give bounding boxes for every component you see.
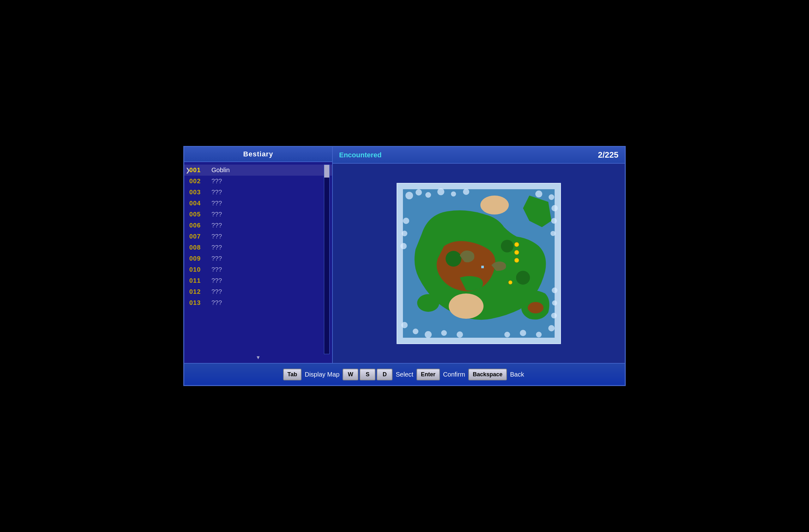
monster-number: 001 bbox=[189, 166, 208, 174]
s-key-button[interactable]: S bbox=[360, 369, 375, 380]
svg-point-6 bbox=[449, 294, 483, 319]
monster-name: ??? bbox=[211, 200, 222, 207]
monster-item[interactable]: 007??? bbox=[184, 231, 332, 242]
monster-item[interactable]: 009??? bbox=[184, 253, 332, 264]
world-map-svg bbox=[397, 183, 561, 344]
svg-rect-11 bbox=[481, 266, 484, 268]
monster-number: 006 bbox=[189, 222, 208, 229]
monster-number: 010 bbox=[189, 266, 208, 273]
monster-number: 004 bbox=[189, 200, 208, 207]
svg-point-43 bbox=[552, 287, 557, 293]
svg-point-39 bbox=[536, 332, 541, 337]
svg-point-9 bbox=[501, 240, 514, 252]
svg-point-14 bbox=[515, 258, 519, 263]
back-label: Back bbox=[510, 371, 524, 378]
svg-point-21 bbox=[437, 188, 444, 195]
svg-point-13 bbox=[515, 250, 519, 255]
scroll-arrow-down-icon[interactable]: ▼ bbox=[256, 355, 261, 360]
select-label: Select bbox=[396, 371, 413, 378]
svg-point-31 bbox=[400, 243, 407, 249]
monster-number: 005 bbox=[189, 211, 208, 218]
svg-point-15 bbox=[509, 281, 512, 284]
monster-number: 007 bbox=[189, 233, 208, 240]
svg-point-17 bbox=[417, 294, 439, 312]
encountered-label: Encountered bbox=[339, 151, 381, 159]
svg-point-18 bbox=[406, 192, 413, 199]
enter-key-button[interactable]: Enter bbox=[416, 369, 440, 380]
scrollbar-thumb bbox=[324, 165, 329, 178]
game-window: Bestiary ❯001Goblin002???003???004???005… bbox=[183, 146, 626, 386]
monster-item[interactable]: 008??? bbox=[184, 242, 332, 253]
d-key-button[interactable]: D bbox=[377, 369, 393, 380]
monster-number: 009 bbox=[189, 255, 208, 262]
tab-key-button[interactable]: Tab bbox=[283, 369, 302, 380]
svg-point-12 bbox=[515, 242, 519, 247]
monster-name: ??? bbox=[211, 211, 222, 218]
monster-item[interactable]: 005??? bbox=[184, 209, 332, 220]
svg-point-27 bbox=[551, 218, 557, 224]
right-panel: Encountered 2/225 bbox=[333, 147, 625, 363]
monster-item[interactable]: 012??? bbox=[184, 286, 332, 297]
monster-item[interactable]: 006??? bbox=[184, 220, 332, 231]
monster-number: 011 bbox=[189, 277, 208, 284]
monster-name: ??? bbox=[211, 222, 222, 229]
svg-point-19 bbox=[416, 189, 422, 196]
monster-item[interactable]: 010??? bbox=[184, 264, 332, 275]
svg-point-34 bbox=[425, 331, 432, 338]
encounter-count: 2/225 bbox=[598, 150, 618, 160]
world-map bbox=[397, 183, 561, 344]
svg-point-25 bbox=[549, 194, 554, 200]
svg-point-37 bbox=[504, 332, 510, 337]
monster-item[interactable]: 003??? bbox=[184, 187, 332, 198]
svg-point-22 bbox=[451, 192, 456, 196]
monster-number: 003 bbox=[189, 189, 208, 196]
monster-list-area[interactable]: ❯001Goblin002???003???004???005???006???… bbox=[184, 162, 332, 363]
confirm-label: Confirm bbox=[443, 371, 465, 378]
svg-point-24 bbox=[535, 191, 542, 197]
svg-point-42 bbox=[552, 300, 557, 305]
monster-item[interactable]: 004??? bbox=[184, 198, 332, 209]
svg-point-16 bbox=[528, 302, 544, 313]
monster-number: 012 bbox=[189, 288, 208, 295]
svg-point-20 bbox=[425, 192, 431, 198]
bottom-bar: Tab Display Map W S D Select Enter Confi… bbox=[184, 363, 625, 385]
main-area: Bestiary ❯001Goblin002???003???004???005… bbox=[184, 147, 625, 363]
cursor-arrow-icon: ❯ bbox=[186, 167, 190, 174]
monster-name: ??? bbox=[211, 233, 222, 240]
monster-item[interactable]: 011??? bbox=[184, 275, 332, 286]
left-panel: Bestiary ❯001Goblin002???003???004???005… bbox=[184, 147, 333, 363]
svg-point-35 bbox=[441, 330, 447, 336]
svg-point-41 bbox=[551, 313, 557, 318]
monster-name: ??? bbox=[211, 178, 222, 185]
svg-point-32 bbox=[401, 322, 408, 328]
backspace-key-button[interactable]: Backspace bbox=[468, 369, 507, 380]
w-key-button[interactable]: W bbox=[343, 369, 358, 380]
monster-name: ??? bbox=[211, 299, 222, 306]
scrollbar-track[interactable] bbox=[324, 164, 330, 354]
svg-point-29 bbox=[403, 218, 409, 224]
bestiary-header: Bestiary bbox=[184, 147, 332, 162]
monster-name: ??? bbox=[211, 189, 222, 196]
display-map-label: Display Map bbox=[305, 371, 339, 378]
monster-item[interactable]: ❯001Goblin bbox=[184, 164, 332, 176]
monster-name: ??? bbox=[211, 288, 222, 295]
monster-item[interactable]: 013??? bbox=[184, 297, 332, 308]
svg-point-40 bbox=[548, 325, 555, 331]
svg-point-26 bbox=[551, 205, 558, 211]
svg-point-36 bbox=[457, 331, 463, 338]
monster-list: ❯001Goblin002???003???004???005???006???… bbox=[184, 162, 332, 311]
monster-number: 013 bbox=[189, 299, 208, 306]
monster-item[interactable]: 002??? bbox=[184, 176, 332, 187]
monster-name: Goblin bbox=[211, 166, 230, 174]
svg-point-28 bbox=[551, 231, 555, 236]
svg-point-23 bbox=[463, 189, 469, 195]
monster-number: 002 bbox=[189, 178, 208, 185]
svg-point-10 bbox=[516, 271, 530, 285]
right-header: Encountered 2/225 bbox=[333, 147, 625, 164]
svg-point-7 bbox=[487, 198, 509, 212]
monster-name: ??? bbox=[211, 266, 222, 273]
svg-point-8 bbox=[446, 251, 461, 267]
monster-name: ??? bbox=[211, 244, 222, 251]
monster-number: 008 bbox=[189, 244, 208, 251]
svg-point-38 bbox=[520, 330, 526, 336]
